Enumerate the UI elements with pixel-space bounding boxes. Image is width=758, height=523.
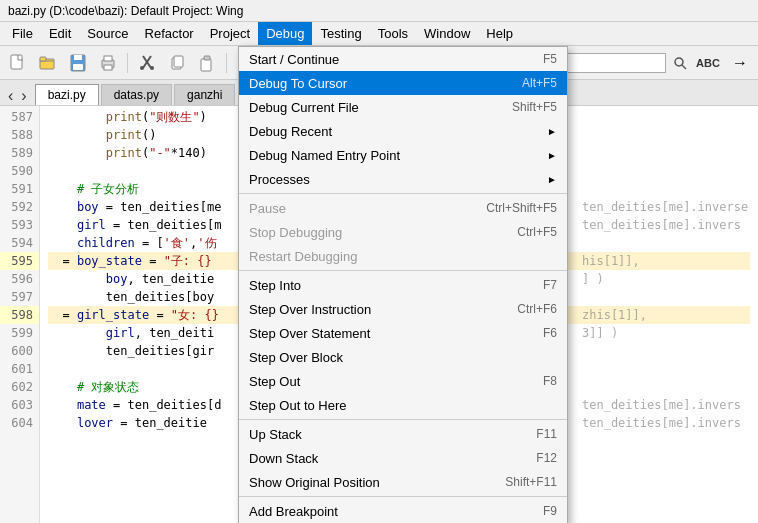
svg-point-11 [140,66,144,70]
menu-item-pause[interactable]: Pause Ctrl+Shift+F5 [239,196,567,220]
new-file-button[interactable] [4,50,32,76]
menu-item-debug-recent[interactable]: Debug Recent ► [239,119,567,143]
toolbar-separator-1 [127,53,128,73]
menu-item-start-continue[interactable]: Start / Continue F5 [239,47,567,71]
menu-item-step-over-instruction[interactable]: Step Over Instruction Ctrl+F6 [239,297,567,321]
nav-back[interactable]: ‹ [4,87,17,105]
open-file-button[interactable] [34,50,62,76]
print-button[interactable] [94,50,122,76]
nav-forward[interactable]: › [17,87,30,105]
menu-item-step-out[interactable]: Step Out F8 [239,369,567,393]
svg-line-20 [682,65,686,69]
svg-rect-14 [174,56,183,67]
svg-rect-0 [11,55,22,69]
menu-refactor[interactable]: Refactor [137,22,202,45]
arrow-right-btn[interactable]: → [726,50,754,76]
tab-datas-py[interactable]: datas.py [101,84,172,105]
menu-debug[interactable]: Debug [258,22,312,45]
menu-sep-3 [239,419,567,420]
cut-button[interactable] [133,50,161,76]
menu-item-add-breakpoint[interactable]: Add Breakpoint F9 [239,499,567,523]
title-bar: bazi.py (D:\code\bazi): Default Project:… [0,0,758,22]
svg-rect-15 [201,59,211,71]
title-text: bazi.py (D:\code\bazi): Default Project:… [8,4,243,18]
menu-item-debug-to-cursor[interactable]: Debug To Cursor Alt+F5 [239,71,567,95]
menu-window[interactable]: Window [416,22,478,45]
menu-item-up-stack[interactable]: Up Stack F11 [239,422,567,446]
menu-help[interactable]: Help [478,22,521,45]
menu-item-step-over-statement[interactable]: Step Over Statement F6 [239,321,567,345]
menu-project[interactable]: Project [202,22,258,45]
menu-edit[interactable]: Edit [41,22,79,45]
menu-sep-2 [239,270,567,271]
menu-item-down-stack[interactable]: Down Stack F12 [239,446,567,470]
svg-rect-2 [40,57,46,61]
menu-bar: File Edit Source Refactor Project Debug … [0,22,758,46]
svg-point-12 [150,66,154,70]
menu-source[interactable]: Source [79,22,136,45]
menu-item-step-into[interactable]: Step Into F7 [239,273,567,297]
svg-rect-8 [104,65,112,70]
copy-button[interactable] [163,50,191,76]
menu-sep-1 [239,193,567,194]
paste-button[interactable] [193,50,221,76]
svg-rect-7 [104,56,112,61]
menu-item-show-original-position[interactable]: Show Original Position Shift+F11 [239,470,567,494]
menu-item-restart-debugging[interactable]: Restart Debugging [239,244,567,268]
debug-dropdown-menu: Start / Continue F5 Debug To Cursor Alt+… [238,46,568,523]
menu-testing[interactable]: Testing [312,22,369,45]
svg-point-19 [675,58,683,66]
menu-file[interactable]: File [4,22,41,45]
menu-sep-4 [239,496,567,497]
menu-item-stop-debugging[interactable]: Stop Debugging Ctrl+F5 [239,220,567,244]
menu-tools[interactable]: Tools [370,22,416,45]
menu-item-step-out-to-here[interactable]: Step Out to Here [239,393,567,417]
menu-item-debug-named-entry[interactable]: Debug Named Entry Point ► [239,143,567,167]
svg-rect-4 [74,55,82,60]
tab-ganzhi[interactable]: ganzhi [174,84,235,105]
svg-rect-16 [204,56,210,60]
line-numbers: 587 588 589 590 591 592 593 594 595 596 … [0,106,40,523]
tab-bazi-py[interactable]: bazi.py [35,84,99,105]
menu-item-debug-current-file[interactable]: Debug Current File Shift+F5 [239,95,567,119]
svg-rect-5 [73,64,83,70]
toolbar-separator-2 [226,53,227,73]
menu-item-step-over-block[interactable]: Step Over Block [239,345,567,369]
menu-item-processes[interactable]: Processes ► [239,167,567,191]
save-button[interactable] [64,50,92,76]
search-icon-btn[interactable] [670,53,690,73]
abc-icon-btn[interactable]: ABC [694,50,722,76]
